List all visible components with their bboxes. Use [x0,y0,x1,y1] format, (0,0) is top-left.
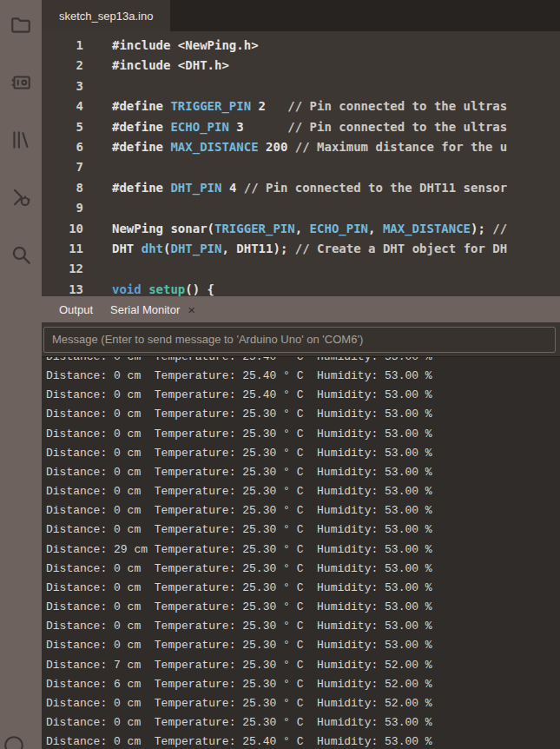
code-line[interactable]: 3 [42,76,560,96]
line-number: 12 [42,259,97,279]
tab-serial-monitor-label: Serial Monitor [110,303,180,316]
serial-line: Distance: 0 cm Temperature: 25.30 ° C Hu… [46,617,560,636]
code-text [97,198,112,218]
code-text: #define MAX_DISTANCE 200 // Maximum dist… [97,137,507,157]
code-area: 1#include <NewPing.h>2#include <DHT.h>34… [42,36,560,296]
code-text: #include <DHT.h> [97,56,229,76]
code-line[interactable]: 1#include <NewPing.h> [42,36,560,56]
bottom-panel-tabs: Output Serial Monitor × [42,296,560,322]
serial-line: Distance: 0 cm Temperature: 25.30 ° C Hu… [46,482,560,501]
line-number: 11 [42,239,97,259]
serial-line: Distance: 29 cm Temperature: 25.30 ° C H… [46,540,560,560]
code-text: void setup() { [97,280,214,296]
serial-message-input[interactable] [43,327,556,353]
code-text: #define DHT_PIN 4 // Pin connected to th… [97,178,507,198]
line-number: 3 [42,76,97,96]
code-text: #define ECHO_PIN 3 // Pin connected to t… [97,117,507,137]
serial-line: Distance: 0 cm Temperature: 25.30 ° C Hu… [46,598,560,617]
line-number: 13 [42,280,97,296]
editor-tabstrip: sketch_sep13a.ino [42,0,560,31]
code-line[interactable]: 6#define MAX_DISTANCE 200 // Maximum dis… [42,137,560,157]
code-text [97,76,112,96]
code-text: NewPing sonar(TRIGGER_PIN, ECHO_PIN, MAX… [97,219,507,239]
tab-output[interactable]: Output [50,296,102,322]
serial-line: Distance: 0 cm Temperature: 25.40 ° C Hu… [46,357,560,367]
serial-line: Distance: 0 cm Temperature: 25.30 ° C Hu… [46,636,560,655]
serial-line: Distance: 0 cm Temperature: 25.30 ° C Hu… [46,405,560,424]
boards-manager-icon[interactable] [10,71,32,94]
line-number: 6 [42,137,97,157]
line-number: 1 [42,36,97,56]
main-area: sketch_sep13a.ino 1#include <NewPing.h>2… [42,0,560,749]
serial-line: Distance: 0 cm Temperature: 25.40 ° C Hu… [46,732,560,749]
code-line[interactable]: 5#define ECHO_PIN 3 // Pin connected to … [42,117,560,137]
serial-line: Distance: 0 cm Temperature: 25.30 ° C Hu… [46,501,560,520]
account-icon[interactable] [3,734,25,749]
code-line[interactable]: 7 [42,157,560,177]
serial-line: Distance: 7 cm Temperature: 25.30 ° C Hu… [46,656,560,675]
code-text: #include <NewPing.h> [97,36,259,56]
activity-sidebar [0,0,42,749]
serial-line: Distance: 0 cm Temperature: 25.30 ° C Hu… [46,520,560,540]
serial-line: Distance: 0 cm Temperature: 25.30 ° C Hu… [46,579,560,598]
serial-line: Distance: 0 cm Temperature: 25.30 ° C Hu… [46,463,560,482]
code-text [97,157,112,177]
code-text: DHT dht(DHT_PIN, DHT11); // Create a DHT… [97,239,507,259]
line-number: 9 [42,198,97,218]
tab-serial-monitor[interactable]: Serial Monitor × [102,296,204,322]
sketchbook-folder-icon[interactable] [10,14,32,36]
serial-line: Distance: 0 cm Temperature: 25.30 ° C Hu… [46,425,560,444]
arduino-ide-window: sketch_sep13a.ino 1#include <NewPing.h>2… [0,0,560,749]
line-number: 8 [42,178,97,198]
code-line[interactable]: 12 [42,259,560,279]
code-line[interactable]: 4#define TRIGGER_PIN 2 // Pin connected … [42,96,560,116]
debug-icon[interactable] [10,186,32,209]
serial-line: Distance: 0 cm Temperature: 25.40 ° C Hu… [46,386,560,405]
library-manager-icon[interactable] [10,129,32,151]
serial-line: Distance: 0 cm Temperature: 25.40 ° C Hu… [46,367,560,386]
code-line[interactable]: 13void setup() { [42,280,560,296]
code-line[interactable]: 8#define DHT_PIN 4 // Pin connected to t… [42,178,560,198]
serial-line: Distance: 0 cm Temperature: 25.30 ° C Hu… [46,694,560,713]
line-number: 7 [42,157,97,177]
serial-line: Distance: 0 cm Temperature: 25.30 ° C Hu… [46,444,560,463]
code-line[interactable]: 10NewPing sonar(TRIGGER_PIN, ECHO_PIN, M… [42,219,560,239]
code-line[interactable]: 9 [42,198,560,218]
code-editor[interactable]: 1#include <NewPing.h>2#include <DHT.h>34… [42,31,560,296]
serial-line: Distance: 0 cm Temperature: 25.30 ° C Hu… [46,560,560,579]
search-icon[interactable] [10,243,32,266]
serial-message-row [42,322,560,357]
line-number: 5 [42,117,97,137]
code-line[interactable]: 11DHT dht(DHT_PIN, DHT11); // Create a D… [42,239,560,259]
serial-line: Distance: 0 cm Temperature: 25.30 ° C Hu… [46,713,560,732]
line-number: 4 [42,96,97,116]
code-line[interactable]: 2#include <DHT.h> [42,56,560,76]
line-number: 2 [42,56,97,76]
tab-sketch-file[interactable]: sketch_sep13a.ino [42,0,170,31]
serial-line: Distance: 6 cm Temperature: 25.30 ° C Hu… [46,675,560,694]
code-text: #define TRIGGER_PIN 2 // Pin connected t… [97,96,507,116]
close-icon[interactable]: × [188,303,195,316]
line-number: 10 [42,219,97,239]
serial-output[interactable]: Distance: 0 cm Temperature: 25.40 ° C Hu… [42,357,560,749]
code-text [97,259,112,279]
tab-output-label: Output [59,303,93,316]
